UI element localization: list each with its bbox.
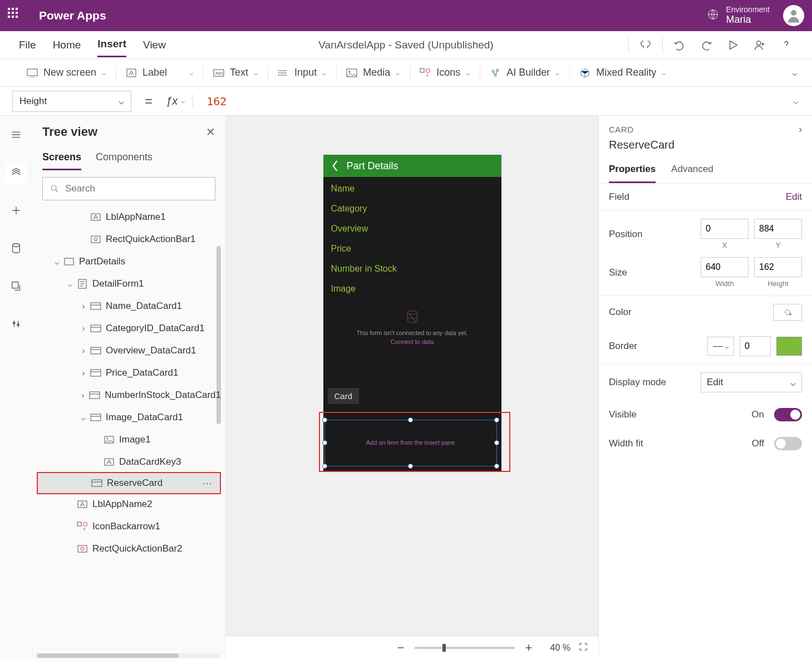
zoom-out-button[interactable]: − bbox=[395, 641, 407, 655]
display-mode-select[interactable]: Edit ⌵ bbox=[701, 372, 802, 392]
user-avatar[interactable] bbox=[783, 5, 804, 26]
position-x-input[interactable] bbox=[701, 219, 749, 239]
ribbon-ai-builder[interactable]: AI Builder⌵ bbox=[480, 59, 569, 86]
form-field-label[interactable]: Number in Stock bbox=[331, 264, 494, 274]
collapse-icon[interactable]: ⌵ bbox=[52, 257, 61, 266]
tree-item-CategoryID_DataCard1[interactable]: ›CategoryID_DataCard1 bbox=[37, 317, 221, 340]
rail-hamburger-icon[interactable] bbox=[5, 124, 27, 146]
rect-icon bbox=[77, 544, 88, 553]
expand-icon[interactable]: › bbox=[79, 391, 87, 400]
tree-item-LblAppName1[interactable]: LblAppName1 bbox=[37, 206, 221, 228]
size-width-input[interactable] bbox=[701, 257, 749, 277]
close-icon[interactable]: ✕ bbox=[206, 125, 215, 139]
property-selector[interactable]: Height ⌵ bbox=[12, 91, 131, 112]
tree-search[interactable] bbox=[42, 177, 215, 200]
tree-item-Name_DataCard1[interactable]: ›Name_DataCard1 bbox=[37, 295, 221, 317]
phone-preview[interactable]: Part Details NameCategoryOverviewPriceNu… bbox=[323, 155, 501, 472]
tab-components[interactable]: Components bbox=[96, 148, 152, 170]
fit-to-window-icon[interactable] bbox=[578, 642, 588, 654]
rail-insert-icon[interactable] bbox=[5, 199, 27, 222]
tree-item-RectQuickActionBar2[interactable]: RectQuickActionBar2 bbox=[37, 538, 221, 560]
collapse-icon[interactable]: ⌵ bbox=[79, 413, 88, 422]
ribbon-media[interactable]: Media⌵ bbox=[336, 59, 410, 86]
zoom-slider[interactable] bbox=[415, 647, 515, 649]
share-icon[interactable] bbox=[746, 32, 773, 58]
fx-button[interactable]: ƒx⌵ bbox=[166, 95, 193, 107]
rail-media-icon[interactable] bbox=[5, 275, 27, 297]
label-icon bbox=[90, 213, 101, 222]
position-y-input[interactable] bbox=[754, 219, 802, 239]
expand-icon[interactable]: › bbox=[79, 302, 88, 311]
border-color-picker[interactable] bbox=[776, 337, 802, 356]
ribbon-input[interactable]: Input⌵ bbox=[268, 59, 336, 86]
help-icon[interactable] bbox=[773, 32, 800, 58]
ribbon-mixed-reality[interactable]: Mixed Reality⌵ bbox=[569, 59, 676, 86]
widthfit-toggle[interactable] bbox=[774, 437, 802, 450]
chevron-down-icon: ⌵ bbox=[102, 69, 106, 77]
expand-icon[interactable]: › bbox=[79, 346, 88, 355]
more-options-icon[interactable]: ⋯ bbox=[202, 477, 213, 489]
rail-settings-icon[interactable] bbox=[5, 313, 27, 335]
tree-item-DetailForm1[interactable]: ⌵DetailForm1 bbox=[37, 273, 221, 295]
color-picker[interactable] bbox=[773, 304, 802, 321]
ribbon-icons[interactable]: + Icons⌵ bbox=[410, 59, 480, 86]
formula-expand-icon[interactable]: ⌵ bbox=[780, 96, 812, 106]
selection-box[interactable]: Add an item from the insert pane bbox=[324, 420, 497, 466]
play-icon[interactable] bbox=[720, 32, 746, 58]
expand-icon[interactable]: › bbox=[79, 368, 88, 377]
tree-item-Price_DataCard1[interactable]: ›Price_DataCard1 bbox=[37, 362, 221, 384]
back-arrow-icon[interactable] bbox=[331, 160, 339, 172]
border-width-input[interactable] bbox=[740, 336, 771, 356]
svg-rect-3 bbox=[27, 69, 37, 76]
tree-item-RectQuickActionBar1[interactable]: RectQuickActionBar1 bbox=[37, 228, 221, 250]
tree-item-LblAppName2[interactable]: LblAppName2 bbox=[37, 493, 221, 515]
form-field-label[interactable]: Name bbox=[331, 184, 494, 194]
form-field-label[interactable]: Overview bbox=[331, 224, 494, 234]
tree-item-Image_DataCard1[interactable]: ⌵Image_DataCard1 bbox=[37, 406, 221, 429]
formula-input[interactable] bbox=[199, 91, 774, 112]
undo-icon[interactable] bbox=[666, 32, 693, 58]
rail-data-icon[interactable] bbox=[5, 237, 27, 259]
size-height-input[interactable] bbox=[754, 257, 802, 277]
ribbon-new-screen[interactable]: New screen⌵ bbox=[17, 59, 116, 86]
menu-home[interactable]: Home bbox=[53, 33, 81, 57]
form-field-label[interactable]: Category bbox=[331, 204, 494, 214]
svg-point-22 bbox=[51, 185, 56, 190]
app-launcher-icon[interactable] bbox=[8, 8, 23, 23]
ribbon-expand-icon[interactable]: ⌵ bbox=[792, 67, 812, 78]
search-input[interactable] bbox=[65, 183, 208, 194]
menu-file[interactable]: File bbox=[19, 33, 36, 57]
canvas-footer: − + 40 % bbox=[226, 636, 598, 659]
tree-item-label: RectQuickActionBar1 bbox=[106, 234, 196, 245]
app-checker-icon[interactable] bbox=[632, 32, 659, 58]
form-field-label[interactable]: Image bbox=[331, 284, 494, 294]
tree-item-NumberInStock_DataCard1[interactable]: ›NumberInStock_DataCard1 bbox=[37, 384, 221, 406]
tree-item-DataCardKey3[interactable]: DataCardKey3 bbox=[37, 451, 221, 473]
ribbon-label[interactable]: Label ⌵ bbox=[116, 59, 203, 86]
field-edit-link[interactable]: Edit bbox=[786, 191, 802, 203]
tree-item-Image1[interactable]: Image1 bbox=[37, 429, 221, 451]
tab-screens[interactable]: Screens bbox=[42, 148, 81, 170]
tab-properties[interactable]: Properties bbox=[609, 159, 656, 183]
form-field-label[interactable]: Price bbox=[331, 244, 494, 254]
visible-toggle[interactable] bbox=[774, 408, 802, 421]
border-style-picker[interactable]: ⌵ bbox=[707, 337, 734, 356]
chevron-right-icon[interactable]: › bbox=[799, 124, 802, 135]
menu-view[interactable]: View bbox=[143, 33, 166, 57]
redo-icon[interactable] bbox=[693, 32, 720, 58]
ribbon-text[interactable]: Abc Text⌵ bbox=[203, 59, 268, 86]
card-icon bbox=[90, 302, 101, 311]
tree-item-ReserveCard[interactable]: ReserveCard⋯ bbox=[37, 472, 221, 494]
zoom-in-button[interactable]: + bbox=[523, 641, 535, 655]
tree-item-IconBackarrow1[interactable]: +IconBackarrow1 bbox=[37, 515, 221, 538]
menu-insert[interactable]: Insert bbox=[97, 32, 126, 57]
tab-advanced[interactable]: Advanced bbox=[671, 159, 713, 183]
rail-tree-view-icon[interactable] bbox=[5, 161, 27, 184]
environment-picker[interactable]: Environment Maria bbox=[707, 6, 770, 25]
tree-item-PartDetails[interactable]: ⌵PartDetails bbox=[37, 250, 221, 273]
horizontal-scrollbar[interactable] bbox=[37, 653, 219, 658]
tree-item-Overview_DataCard1[interactable]: ›Overview_DataCard1 bbox=[37, 340, 221, 362]
connect-data-link[interactable]: Connect to data bbox=[323, 338, 501, 345]
collapse-icon[interactable]: ⌵ bbox=[66, 279, 75, 288]
expand-icon[interactable]: › bbox=[79, 324, 88, 333]
